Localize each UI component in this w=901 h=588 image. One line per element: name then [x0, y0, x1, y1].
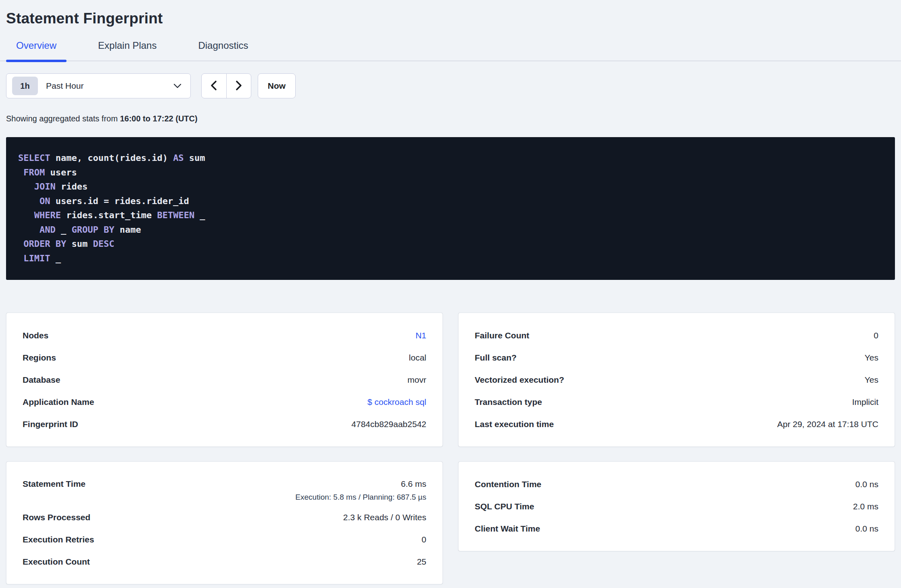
next-time-interval-button[interactable] — [227, 74, 251, 98]
card-row: Fingerprint ID4784cb829aab2542 — [23, 413, 426, 435]
row-value: 0 — [421, 534, 426, 545]
row-value: 2.0 ms — [853, 501, 878, 512]
sql-code-line: ON users.id = rides.rider_id — [18, 194, 883, 209]
sql-code-line: FROM users — [18, 165, 883, 180]
card-row: Regionslocal — [23, 346, 426, 369]
sql-code-line: WHERE rides.start_time BETWEEN _ — [18, 208, 883, 223]
row-label: Transaction type — [475, 396, 542, 408]
row-label: Vectorized execution? — [475, 374, 564, 386]
row-label: Last execution time — [475, 419, 554, 430]
card-row: Application Name$ cockroach sql — [23, 391, 426, 413]
card-row: Vectorized execution?Yes — [475, 369, 878, 391]
caption-time-range: 16:00 to 17:22 (UTC) — [120, 114, 197, 123]
card-row: Last execution timeApr 29, 2024 at 17:18… — [475, 413, 878, 435]
row-value: 4784cb829aab2542 — [351, 419, 426, 430]
row-value: movr — [407, 374, 426, 386]
card-row: Rows Processed2.3 k Reads / 0 Writes — [23, 506, 426, 528]
time-range-label: Past Hour — [46, 81, 83, 91]
statement-details-card: NodesN1RegionslocalDatabasemovrApplicati… — [6, 313, 443, 447]
sql-code-line: SELECT name, count(rides.id) AS sum — [18, 151, 883, 165]
row-label: Rows Processed — [23, 512, 90, 523]
card-row: Execution Retries0 — [23, 528, 426, 550]
statement-times-card: Statement Time6.6 msExecution: 5.8 ms / … — [6, 461, 443, 584]
time-range-badge: 1h — [12, 77, 38, 95]
sql-code-line: JOIN rides — [18, 179, 883, 194]
execution-attributes-card: Failure Count0Full scan?YesVectorized ex… — [458, 313, 895, 447]
row-label: SQL CPU Time — [475, 501, 534, 512]
tab-diagnostics[interactable]: Diagnostics — [188, 40, 258, 60]
now-button[interactable]: Now — [258, 73, 296, 98]
nodes-link[interactable]: N1 — [415, 330, 426, 341]
row-label: Database — [23, 374, 60, 386]
row-value: 0.0 ns — [855, 523, 878, 534]
row-label: Statement Time — [23, 478, 86, 490]
row-label: Execution Count — [23, 556, 90, 567]
wait-times-card: Contention Time0.0 nsSQL CPU Time2.0 msC… — [458, 461, 895, 551]
tab-overview[interactable]: Overview — [6, 40, 67, 60]
row-label: Application Name — [23, 396, 94, 408]
sql-code-line: LIMIT _ — [18, 251, 883, 266]
card-row: Statement Time6.6 msExecution: 5.8 ms / … — [23, 473, 426, 506]
card-row: Failure Count0 — [475, 324, 878, 346]
row-value: Apr 29, 2024 at 17:18 UTC — [777, 419, 878, 430]
summary-cards-grid: NodesN1RegionslocalDatabasemovrApplicati… — [6, 313, 895, 584]
statement-sql-box: SELECT name, count(rides.id) AS sum FROM… — [6, 137, 895, 280]
row-label: Full scan? — [475, 352, 517, 363]
time-interval-arrows — [201, 73, 251, 98]
card-row: NodesN1 — [23, 324, 426, 346]
row-value: Implicit — [852, 396, 878, 408]
row-value: Yes — [865, 352, 878, 363]
row-label: Execution Retries — [23, 534, 94, 545]
sql-code-line: AND _ GROUP BY name — [18, 223, 883, 237]
row-value: local — [409, 352, 426, 363]
row-label: Failure Count — [475, 330, 529, 341]
row-value: 25 — [417, 556, 426, 567]
row-value: 2.3 k Reads / 0 Writes — [343, 512, 426, 523]
row-value: Yes — [865, 374, 878, 386]
row-label: Contention Time — [475, 479, 541, 490]
card-row: Databasemovr — [23, 369, 426, 391]
application-name-link[interactable]: $ cockroach sql — [367, 396, 426, 408]
tab-bar: OverviewExplain PlansDiagnostics — [0, 40, 901, 61]
chevron-right-icon — [234, 80, 243, 92]
caption-prefix: Showing aggregated stats from — [6, 114, 120, 123]
row-value: 6.6 ms — [401, 478, 426, 490]
time-range-dropdown[interactable]: 1h Past Hour — [6, 73, 191, 98]
row-label: Nodes — [23, 330, 48, 341]
card-row: Full scan?Yes — [475, 346, 878, 369]
card-row: Execution Count25 — [23, 550, 426, 573]
aggregated-stats-caption: Showing aggregated stats from 16:00 to 1… — [6, 114, 895, 123]
row-value: 0 — [874, 330, 878, 341]
page-title: Statement Fingerprint — [6, 9, 895, 28]
row-label: Regions — [23, 352, 56, 363]
tab-explain-plans[interactable]: Explain Plans — [88, 40, 167, 60]
card-row: Client Wait Time0.0 ns — [475, 517, 878, 540]
time-controls-toolbar: 1h Past Hour Now — [6, 73, 895, 98]
row-label: Client Wait Time — [475, 523, 540, 534]
statement-fingerprint-page: Statement Fingerprint OverviewExplain Pl… — [0, 0, 901, 584]
chevron-left-icon — [209, 80, 218, 92]
card-row: SQL CPU Time2.0 ms — [475, 495, 878, 517]
row-sub-value: Execution: 5.8 ms / Planning: 687.5 µs — [295, 492, 426, 502]
card-row: Transaction typeImplicit — [475, 391, 878, 413]
card-row: Contention Time0.0 ns — [475, 473, 878, 495]
row-label: Fingerprint ID — [23, 419, 78, 430]
chevron-down-icon — [173, 83, 181, 88]
sql-code-line: ORDER BY sum DESC — [18, 237, 883, 251]
row-value: 0.0 ns — [855, 479, 878, 490]
previous-time-interval-button[interactable] — [202, 74, 227, 98]
